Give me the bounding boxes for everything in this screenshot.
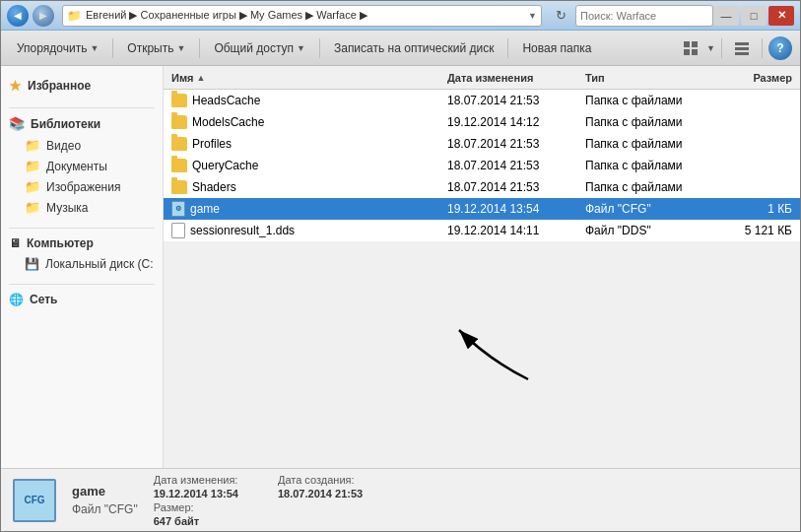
col-name-label: Имя	[171, 72, 193, 84]
svg-rect-5	[735, 47, 749, 50]
view-button-1[interactable]	[677, 35, 704, 61]
folder-icon	[171, 137, 187, 151]
status-created: Дата создания: 18.07.2014 21:53	[278, 474, 363, 527]
search-input[interactable]	[580, 10, 716, 22]
refresh-button[interactable]: ↻	[550, 5, 571, 27]
status-details: Дата изменения: 19.12.2014 13:54 Размер:…	[154, 474, 364, 527]
file-name-cell: Profiles	[171, 137, 447, 151]
file-date-cell: 18.07.2014 21:53	[447, 137, 585, 151]
file-name-cell: ModelsCache	[171, 115, 447, 129]
file-type-cell: Файл "CFG"	[585, 202, 713, 216]
col-date-label: Дата изменения	[447, 72, 533, 84]
new-folder-label: Новая папка	[522, 41, 591, 55]
burn-label: Записать на оптический диск	[334, 41, 495, 55]
share-label: Общий доступ	[214, 41, 294, 55]
file-name: ModelsCache	[192, 115, 264, 129]
computer-header[interactable]: 🖥 Компьютер	[1, 233, 163, 254]
file-type-cell: Папка с файлами	[585, 180, 713, 194]
new-folder-button[interactable]: Новая папка	[514, 35, 599, 61]
local-disk-label: Локальный диск (C:	[45, 257, 154, 271]
toolbar-divider-6	[762, 38, 763, 58]
sidebar-divider-3	[9, 284, 155, 285]
sidebar-item-documents[interactable]: 📁 Документы	[1, 156, 163, 176]
sidebar: ★ Избранное 📚 Библиотеки 📁 Видео 📁 Докум…	[1, 66, 164, 468]
svg-rect-3	[692, 49, 698, 55]
file-date-cell: 19.12.2014 14:12	[447, 115, 585, 129]
col-header-type[interactable]: Тип	[585, 72, 713, 84]
images-icon: 📁	[25, 179, 40, 194]
table-row[interactable]: ⚙ game 19.12.2014 13:54 Файл "CFG" 1 КБ	[164, 198, 800, 220]
col-header-name[interactable]: Имя ▲	[171, 72, 447, 84]
images-label: Изображения	[46, 180, 120, 194]
svg-rect-1	[692, 41, 698, 47]
file-type-cell: Папка с файлами	[585, 137, 713, 151]
col-header-size[interactable]: Размер	[713, 72, 792, 84]
music-label: Музыка	[46, 201, 88, 215]
maximize-button[interactable]: □	[741, 6, 767, 26]
arrange-dropdown-icon: ▼	[90, 43, 99, 53]
file-entries: HeadsCache 18.07.2014 21:53 Папка с файл…	[164, 90, 800, 241]
breadcrumb-arrow: ▼	[528, 11, 537, 21]
table-row[interactable]: Profiles 18.07.2014 21:53 Папка с файлам…	[164, 133, 800, 155]
libraries-header[interactable]: 📚 Библиотеки	[1, 112, 163, 135]
share-button[interactable]: Общий доступ ▼	[206, 35, 313, 61]
forward-button[interactable]: ▶	[33, 5, 54, 27]
file-name: Profiles	[192, 137, 232, 151]
open-button[interactable]: Открыть ▼	[119, 35, 193, 61]
breadcrumb: Евгений ▶ Сохраненные игры ▶ My Games ▶ …	[86, 9, 524, 22]
table-row[interactable]: Shaders 18.07.2014 21:53 Папка с файлами	[164, 176, 800, 198]
sidebar-item-video[interactable]: 📁 Видео	[1, 135, 163, 156]
file-name: HeadsCache	[192, 94, 260, 107]
computer-section: 🖥 Компьютер 💾 Локальный диск (C:	[1, 233, 163, 274]
status-size-value: 647 байт	[154, 515, 238, 527]
network-icon: 🌐	[9, 293, 24, 306]
table-row[interactable]: QueryCache 18.07.2014 21:53 Папка с файл…	[164, 155, 800, 176]
table-row[interactable]: sessionresult_1.dds 19.12.2014 14:11 Фай…	[164, 220, 800, 241]
table-row[interactable]: ModelsCache 19.12.2014 14:12 Папка с фай…	[164, 111, 800, 133]
computer-icon: 🖥	[9, 236, 21, 250]
toolbar-divider-1	[112, 38, 113, 58]
star-icon: ★	[9, 78, 22, 94]
file-name: QueryCache	[192, 159, 258, 172]
documents-label: Документы	[46, 160, 107, 173]
network-label: Сеть	[30, 293, 57, 306]
cfg-icon: ⚙	[171, 201, 185, 217]
back-button[interactable]: ◀	[7, 5, 29, 27]
sidebar-item-local-disk[interactable]: 💾 Локальный диск (C:	[1, 254, 163, 274]
video-label: Видео	[46, 139, 81, 153]
toolbar-divider-4	[507, 38, 508, 58]
file-size-cell: 1 КБ	[713, 202, 792, 216]
status-size-label: Размер:	[154, 501, 238, 513]
network-header[interactable]: 🌐 Сеть	[1, 289, 163, 310]
folder-icon	[171, 115, 187, 129]
search-bar[interactable]: 🔍	[575, 5, 713, 27]
sidebar-divider-2	[9, 228, 155, 229]
favorites-section: ★ Избранное	[1, 74, 163, 98]
svg-rect-0	[684, 41, 690, 47]
burn-button[interactable]: Записать на оптический диск	[326, 35, 502, 61]
sidebar-item-images[interactable]: 📁 Изображения	[1, 176, 163, 197]
close-button[interactable]: ✕	[768, 6, 794, 26]
view-dropdown-icon: ▼	[706, 43, 715, 53]
favorites-header[interactable]: ★ Избранное	[1, 74, 163, 98]
file-name: sessionresult_1.dds	[190, 224, 295, 237]
explorer-window: ◀ ▶ 📁 Евгений ▶ Сохраненные игры ▶ My Ga…	[0, 0, 801, 532]
arrange-button[interactable]: Упорядочить ▼	[9, 35, 106, 61]
status-modified-value: 19.12.2014 13:54	[154, 488, 238, 499]
status-info: game Файл "CFG"	[72, 484, 138, 516]
folder-icon	[171, 180, 187, 194]
svg-rect-6	[735, 52, 749, 55]
minimize-button[interactable]: —	[713, 6, 739, 26]
svg-rect-4	[735, 42, 749, 45]
col-header-date[interactable]: Дата изменения	[447, 72, 585, 84]
arrow-annotation	[439, 310, 558, 389]
arrange-label: Упорядочить	[17, 41, 87, 55]
sidebar-item-music[interactable]: 📁 Музыка	[1, 197, 163, 218]
favorites-label: Избранное	[28, 79, 91, 93]
address-bar[interactable]: 📁 Евгений ▶ Сохраненные игры ▶ My Games …	[62, 5, 542, 27]
view-button-2[interactable]	[728, 35, 756, 61]
file-name-cell: QueryCache	[171, 159, 447, 172]
folder-icon	[171, 159, 187, 172]
table-row[interactable]: HeadsCache 18.07.2014 21:53 Папка с файл…	[164, 90, 800, 111]
help-button[interactable]: ?	[768, 36, 792, 60]
